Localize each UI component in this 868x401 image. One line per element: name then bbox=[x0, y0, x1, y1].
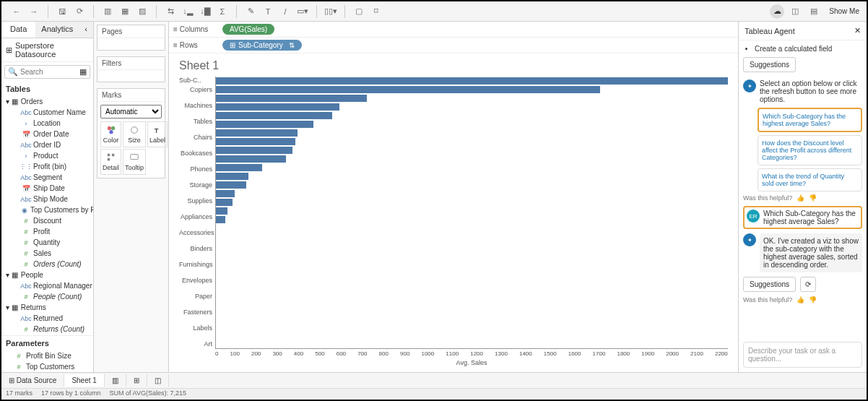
field-item[interactable]: ›Location bbox=[1, 118, 93, 129]
clear-icon[interactable]: ▨ bbox=[134, 4, 150, 20]
status-rows: 17 rows by 1 column bbox=[41, 389, 101, 399]
tab-data[interactable]: Data bbox=[1, 22, 35, 38]
bar[interactable] bbox=[216, 103, 339, 111]
agent-input[interactable]: Describe your task or ask a question... bbox=[743, 342, 862, 368]
card-icon[interactable]: ▤ bbox=[806, 4, 822, 20]
bar[interactable] bbox=[216, 95, 367, 102]
bar[interactable] bbox=[216, 77, 728, 85]
table-group[interactable]: ▾ ▦ Returns bbox=[1, 302, 93, 313]
field-item[interactable]: 📅Order Date bbox=[1, 129, 93, 139]
rows-icon: ≡ bbox=[173, 41, 178, 49]
swap-icon[interactable]: ⇆ bbox=[162, 4, 178, 20]
highlight-icon[interactable]: ✎ bbox=[243, 4, 259, 20]
rows-shelf[interactable]: ≡Rows ⊞Sub-Category⇅ bbox=[169, 38, 738, 53]
presentation-icon[interactable]: ▢ bbox=[351, 4, 367, 20]
label-shelf[interactable]: TLabel bbox=[147, 121, 168, 147]
bar[interactable] bbox=[216, 155, 286, 163]
duplicate-icon[interactable]: ▦ bbox=[117, 4, 133, 20]
forward-icon[interactable]: → bbox=[26, 4, 42, 20]
rows-pill[interactable]: ⊞Sub-Category⇅ bbox=[222, 40, 302, 51]
columns-shelf[interactable]: ≡Columns AVG(Sales) bbox=[169, 22, 738, 38]
bar[interactable] bbox=[216, 138, 295, 145]
refresh-button[interactable]: ⟳ bbox=[800, 277, 816, 292]
field-item[interactable]: AbcOrder ID bbox=[1, 139, 93, 150]
tab-collapse-icon[interactable]: ‹ bbox=[79, 22, 93, 38]
thumbs-down-icon[interactable]: 👎 bbox=[809, 296, 817, 303]
bar[interactable] bbox=[216, 216, 225, 223]
suggestion-option-3[interactable]: What is the trend of Quantity sold over … bbox=[758, 168, 862, 191]
field-item[interactable]: ›Product bbox=[1, 150, 93, 161]
field-item[interactable]: AbcShip Mode bbox=[1, 194, 93, 204]
bar[interactable] bbox=[216, 173, 248, 180]
bar[interactable] bbox=[216, 147, 292, 154]
tab-sheet1[interactable]: Sheet 1 bbox=[64, 374, 104, 387]
tab-datasource[interactable]: ⊞ Data Source bbox=[1, 374, 64, 387]
search-input[interactable] bbox=[20, 68, 77, 76]
cloud-icon[interactable]: ☁ bbox=[770, 4, 784, 19]
field-item[interactable]: #Quantity bbox=[1, 237, 93, 248]
datasource-row[interactable]: ⊞ Superstore Datasource bbox=[1, 38, 93, 62]
bar[interactable] bbox=[216, 129, 298, 137]
field-item[interactable]: ⋮⋮Profit (bin) bbox=[1, 161, 93, 172]
thumbs-up-icon[interactable]: 👍 bbox=[797, 194, 804, 202]
field-item[interactable]: AbcReturned bbox=[1, 313, 93, 324]
table-group[interactable]: ▾ ▦ Orders bbox=[1, 96, 93, 107]
new-sheet-icon[interactable]: ▥ bbox=[105, 374, 126, 387]
table-group[interactable]: ▾ ▦ People bbox=[1, 270, 93, 280]
field-item[interactable]: 📅Ship Date bbox=[1, 183, 93, 194]
back-icon[interactable]: ← bbox=[9, 4, 25, 20]
suggestion-option-2[interactable]: How does the Discount level affect the P… bbox=[758, 135, 862, 165]
field-item[interactable]: #Orders (Count) bbox=[1, 259, 93, 270]
thumbs-down-icon[interactable]: 👎 bbox=[809, 194, 817, 202]
field-item[interactable]: #Profit bbox=[1, 226, 93, 237]
filters-label: Filters bbox=[97, 57, 165, 70]
guide-icon[interactable]: ◫ bbox=[787, 4, 803, 20]
chart-icon[interactable]: ▯▯▾ bbox=[323, 4, 339, 20]
close-icon[interactable]: ✕ bbox=[854, 26, 861, 35]
revert-icon[interactable]: ⟳ bbox=[71, 4, 87, 20]
bar[interactable] bbox=[216, 121, 313, 128]
detail-shelf[interactable]: Detail bbox=[100, 149, 121, 175]
show-me-button[interactable]: Show Me bbox=[825, 6, 864, 17]
sort-desc-icon[interactable]: ↓▇ bbox=[197, 4, 213, 20]
marks-type-select[interactable]: Automatic bbox=[100, 105, 162, 118]
suggestions-button[interactable]: Suggestions bbox=[743, 57, 796, 72]
parameter-item[interactable]: #Profit Bin Size bbox=[1, 350, 93, 361]
bar[interactable] bbox=[216, 164, 262, 171]
new-worksheet-icon[interactable]: ▥ bbox=[100, 4, 116, 20]
tooltip-shelf[interactable]: Tooltip bbox=[123, 149, 146, 175]
field-item[interactable]: AbcRegional Manager bbox=[1, 280, 93, 291]
totals-icon[interactable]: Σ bbox=[214, 4, 230, 20]
agent-intro: Select an option below or click the refr… bbox=[760, 79, 862, 103]
bar[interactable] bbox=[216, 86, 600, 93]
field-item[interactable]: #Sales bbox=[1, 248, 93, 259]
parameter-item[interactable]: #Top Customers bbox=[1, 361, 93, 372]
field-item[interactable]: ◉Top Customers by P... bbox=[1, 204, 93, 215]
suggestions-button-2[interactable]: Suggestions bbox=[743, 277, 796, 292]
fit-icon[interactable]: ▭▾ bbox=[295, 4, 311, 20]
field-item[interactable]: #People (Count) bbox=[1, 291, 93, 302]
new-dashboard-icon[interactable]: ⊞ bbox=[126, 374, 147, 387]
bar[interactable] bbox=[216, 112, 332, 119]
save-icon[interactable]: 🖫 bbox=[54, 4, 70, 20]
bar[interactable] bbox=[216, 181, 246, 189]
search-options-icon[interactable]: ▦ bbox=[79, 67, 87, 77]
size-shelf[interactable]: Size bbox=[123, 121, 146, 147]
new-story-icon[interactable]: ◫ bbox=[147, 374, 169, 387]
field-item[interactable]: #Returns (Count) bbox=[1, 324, 93, 335]
bar[interactable] bbox=[216, 190, 235, 197]
text-icon[interactable]: T bbox=[260, 4, 276, 20]
sort-asc-icon[interactable]: ↓▂ bbox=[180, 4, 196, 20]
bar[interactable] bbox=[216, 199, 233, 206]
field-item[interactable]: AbcSegment bbox=[1, 172, 93, 183]
line-icon[interactable]: / bbox=[277, 4, 293, 20]
tab-analytics[interactable]: Analytics bbox=[35, 22, 79, 38]
device-icon[interactable]: ⌑ bbox=[368, 4, 384, 20]
thumbs-up-icon[interactable]: 👍 bbox=[797, 296, 804, 303]
bar[interactable] bbox=[216, 207, 227, 215]
field-item[interactable]: #Discount bbox=[1, 215, 93, 226]
color-shelf[interactable]: Color bbox=[100, 121, 121, 147]
suggestion-option-1[interactable]: Which Sub-Category has the highest avera… bbox=[758, 108, 862, 132]
field-item[interactable]: AbcCustomer Name bbox=[1, 107, 93, 118]
columns-pill[interactable]: AVG(Sales) bbox=[222, 24, 274, 35]
